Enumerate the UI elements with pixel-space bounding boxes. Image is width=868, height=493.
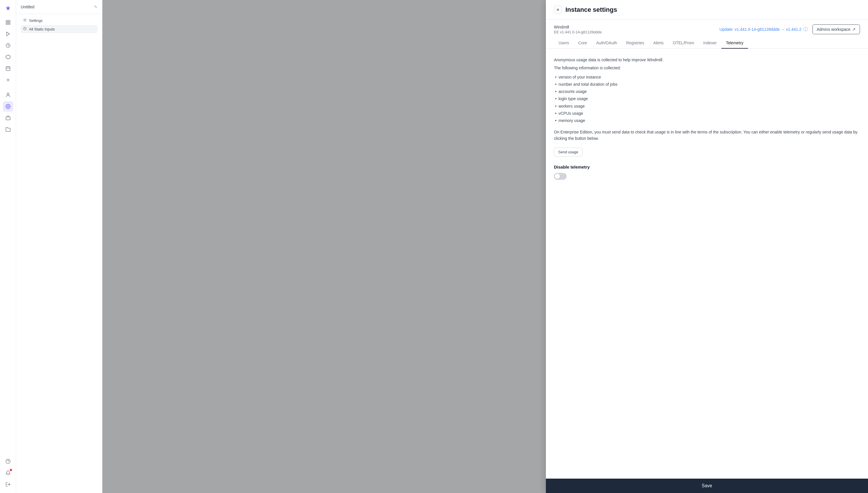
sidebar-item-files[interactable]: [3, 124, 13, 135]
telemetry-collected-list: version of your instance number and tota…: [559, 73, 860, 124]
svg-rect-0: [6, 20, 7, 22]
telemetry-item-accounts: accounts usage: [559, 88, 860, 95]
svg-rect-1: [8, 20, 10, 22]
left-panel-item-static-inputs[interactable]: All Static Inputs: [21, 25, 97, 33]
modal-body: Anonymous usage data is collected to hel…: [546, 49, 868, 479]
left-panel-item-static-inputs-label: All Static Inputs: [29, 27, 55, 31]
disable-telemetry-label: Disable telemetry: [554, 165, 860, 169]
info-icon: ⓘ: [803, 26, 808, 33]
modal-close-button[interactable]: ✕: [554, 6, 562, 14]
admins-workspace-label: Admins workspace: [817, 27, 851, 31]
tab-otel-prom[interactable]: OTEL/Prom: [668, 38, 699, 49]
sidebar-item-home[interactable]: [3, 17, 13, 28]
svg-point-14: [7, 106, 8, 107]
disable-telemetry-toggle[interactable]: [554, 173, 567, 180]
sidebar-item-flows[interactable]: [3, 29, 13, 39]
version-info: Windmill EE v1.441.0-14-g81128ddde: [554, 25, 602, 34]
sidebar-item-notifications[interactable]: [3, 468, 13, 478]
sidebar-item-help[interactable]: [3, 456, 13, 467]
modal-tabs: Users Core Auth/OAuth Registries Alerts …: [546, 38, 868, 49]
modal-overlay: ✕ Instance settings Windmill EE v1.441.0…: [102, 0, 868, 493]
left-panel-title: Untitled: [21, 5, 34, 9]
windmill-logo[interactable]: [3, 3, 13, 14]
save-button[interactable]: Save: [554, 483, 860, 488]
toggle-knob: [555, 174, 560, 179]
disable-telemetry-section: Disable telemetry: [554, 165, 860, 180]
modal-subheader: Windmill EE v1.441.0-14-g81128ddde Updat…: [546, 20, 868, 38]
notification-dot: [10, 469, 12, 471]
modal-header: ✕ Instance settings: [546, 0, 868, 20]
close-icon: ✕: [556, 7, 560, 12]
telemetry-item-workers: workers usage: [559, 103, 860, 110]
telemetry-enterprise-note: On Enterprise Edition, you must send dat…: [554, 129, 860, 142]
svg-marker-6: [6, 55, 10, 59]
update-link-text: Update: v1.441.0-14-g81128ddde → v1.441.…: [720, 27, 802, 31]
telemetry-description-line2: The following information is collected:: [554, 65, 860, 71]
left-panel-section: Settings All Static Inputs: [16, 14, 102, 35]
left-panel-item-settings[interactable]: Settings: [21, 16, 97, 24]
telemetry-item-login: login type usage: [559, 95, 860, 102]
static-inputs-icon: [23, 27, 27, 31]
telemetry-item-memory: memory usage: [559, 117, 860, 124]
sidebar-bottom: [3, 456, 13, 490]
sidebar-item-workspace[interactable]: [3, 113, 13, 123]
main-content: ✕ Instance settings Windmill EE v1.441.0…: [102, 0, 868, 493]
telemetry-description-line1: Anonymous usage data is collected to hel…: [554, 57, 860, 63]
tab-core[interactable]: Core: [574, 38, 592, 49]
modal-footer: Save: [546, 479, 868, 493]
svg-rect-15: [6, 117, 10, 120]
settings-item-icon: [23, 18, 27, 23]
send-usage-button[interactable]: Send usage: [554, 148, 582, 156]
tab-auth-oauth[interactable]: Auth/OAuth: [592, 38, 622, 49]
sidebar-item-components[interactable]: [3, 52, 13, 62]
version-name: Windmill: [554, 25, 602, 29]
sidebar-item-schedules[interactable]: [3, 63, 13, 73]
instance-settings-modal: ✕ Instance settings Windmill EE v1.441.0…: [546, 0, 868, 493]
svg-rect-7: [6, 67, 10, 71]
svg-rect-2: [8, 23, 10, 24]
tab-registries[interactable]: Registries: [622, 38, 649, 49]
sidebar-item-add[interactable]: [3, 75, 13, 85]
left-panel-header: Untitled ✎: [16, 0, 102, 14]
sidebar-item-settings[interactable]: [3, 101, 13, 112]
admins-workspace-button[interactable]: Admins workspace ↗: [812, 24, 860, 34]
version-tag: EE v1.441.0-14-g81128ddde: [554, 30, 602, 34]
telemetry-item-vcpus: vCPUs usage: [559, 110, 860, 117]
left-panel-item-settings-label: Settings: [29, 18, 43, 23]
telemetry-item-version: version of your instance: [559, 73, 860, 81]
sidebar: [0, 0, 16, 493]
sidebar-item-users[interactable]: [3, 90, 13, 100]
tab-telemetry[interactable]: Telemetry: [721, 38, 748, 49]
telemetry-item-jobs: number and total duration of jobs: [559, 81, 860, 88]
tab-indexer[interactable]: Indexer: [699, 38, 721, 49]
svg-marker-4: [6, 32, 9, 36]
modal-subheader-right: Update: v1.441.0-14-g81128ddde → v1.441.…: [720, 24, 860, 34]
sidebar-item-resources[interactable]: [3, 40, 13, 51]
sidebar-item-logout[interactable]: [3, 479, 13, 490]
edit-icon[interactable]: ✎: [94, 5, 97, 9]
update-link[interactable]: Update: v1.441.0-14-g81128ddde → v1.441.…: [720, 26, 808, 33]
modal-title: Instance settings: [565, 6, 617, 14]
external-link-icon: ↗: [852, 27, 855, 31]
tab-alerts[interactable]: Alerts: [649, 38, 668, 49]
left-panel: Untitled ✎ Settings All Static Inputs: [16, 0, 102, 493]
svg-rect-3: [6, 23, 7, 24]
tab-users[interactable]: Users: [554, 38, 574, 49]
svg-point-13: [7, 93, 9, 94]
